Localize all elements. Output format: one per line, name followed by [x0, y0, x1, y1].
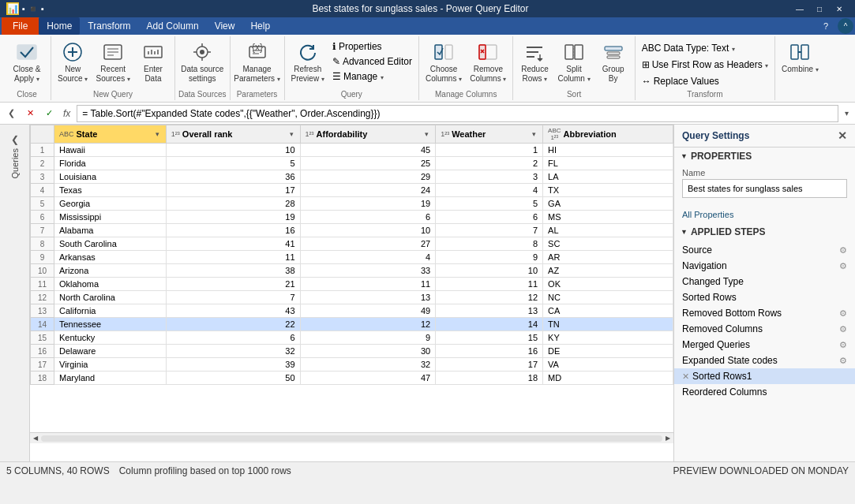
table-row[interactable]: 2Florida5252FL [31, 157, 673, 170]
menu-help[interactable]: Help [242, 17, 278, 35]
table-row[interactable]: 13California434913CA [31, 304, 673, 318]
state-cell: Tennessee [54, 318, 167, 331]
all-properties-link[interactable]: All Properties [682, 210, 733, 219]
applied-step-item[interactable]: Navigation⚙ [674, 258, 855, 274]
data-type-button[interactable]: ABC Data Type: Text ▾ [639, 41, 771, 55]
split-column-icon [561, 39, 587, 65]
table-row[interactable]: 15Kentucky6915KY [31, 331, 673, 345]
menu-add-column[interactable]: Add Column [139, 17, 207, 35]
applied-step-item[interactable]: Removed Bottom Rows⚙ [674, 305, 855, 321]
refresh-preview-button[interactable]: RefreshPreview ▾ [288, 38, 328, 85]
close-button[interactable]: ✕ [830, 2, 849, 15]
applied-steps-section-header[interactable]: ▼ APPLIED STEPS [674, 223, 855, 241]
table-row[interactable]: 9Arkansas1149AR [31, 251, 673, 264]
properties-section-header[interactable]: ▼ PROPERTIES [674, 147, 855, 165]
recent-sources-button[interactable]: RecentSources ▾ [92, 38, 133, 85]
overall-rank-column-header[interactable]: 1²³ Overall rank ▾ [166, 125, 300, 144]
state-column-header[interactable]: ABC State ▾ [54, 125, 167, 144]
table-row[interactable]: 16Delaware323016DE [31, 345, 673, 358]
table-body: 1Hawaii10451HI2Florida5252FL3Louisiana36… [31, 144, 673, 385]
table-row[interactable]: 17Virginia393217VA [31, 358, 673, 371]
applied-step-item[interactable]: ✕Sorted Rows1 [674, 368, 855, 384]
applied-step-item[interactable]: Removed Columns⚙ [674, 321, 855, 337]
affordability-column-header[interactable]: 1²³ Affordability ▾ [300, 125, 436, 144]
state-filter-button[interactable]: ▾ [154, 129, 161, 139]
query-name-input[interactable] [682, 179, 847, 198]
applied-step-item[interactable]: Source⚙ [674, 242, 855, 258]
applied-step-item[interactable]: Changed Type [674, 274, 855, 289]
help-icon: ? [817, 17, 834, 35]
table-row[interactable]: 7Alabama16107AL [31, 224, 673, 237]
step-settings-icon[interactable]: ⚙ [839, 245, 847, 256]
table-row[interactable]: 18Maryland504718MD [31, 371, 673, 385]
manage-parameters-button[interactable]: {x} ManageParameters ▾ [234, 38, 281, 85]
menu-transform[interactable]: Transform [80, 17, 138, 35]
step-delete-icon[interactable]: ✕ [682, 371, 689, 382]
applied-step-item[interactable]: Reordered Columns [674, 384, 855, 400]
abbrev-column-header[interactable]: ABC1²³ Abbreviation [543, 125, 673, 144]
properties-button[interactable]: ℹ Properties [329, 39, 415, 54]
new-source-button[interactable]: NewSource ▾ [54, 38, 91, 85]
replace-values-button[interactable]: ↔ Replace Values [639, 74, 771, 88]
enter-data-button[interactable]: EnterData [135, 38, 171, 85]
first-row-headers-button[interactable]: ⊞ Use First Row as Headers ▾ [639, 58, 771, 72]
menu-home[interactable]: Home [39, 17, 80, 35]
transform-small-buttons: ABC Data Type: Text ▾ ⊞ Use First Row as… [639, 38, 771, 88]
afford-filter-button[interactable]: ▾ [423, 129, 430, 139]
close-apply-button[interactable]: Close &Apply ▾ [6, 38, 47, 85]
menu-view[interactable]: View [207, 17, 243, 35]
overall-rank-cell: 41 [166, 237, 300, 251]
minimize-button[interactable]: — [790, 2, 809, 15]
horizontal-scrollbar[interactable]: ◀ ▶ [30, 432, 673, 443]
table-row[interactable]: 1Hawaii10451HI [31, 144, 673, 157]
combine-button[interactable]: Combine ▾ [778, 38, 822, 76]
choose-columns-button[interactable]: ChooseColumns ▾ [422, 38, 465, 85]
properties-icon: ℹ [332, 41, 336, 52]
applied-step-item[interactable]: Merged Queries⚙ [674, 337, 855, 353]
weather-column-header[interactable]: 1²³ Weather ▾ [436, 125, 543, 144]
overall-filter-button[interactable]: ▾ [288, 129, 295, 139]
weather-filter-button[interactable]: ▾ [531, 129, 538, 139]
step-settings-icon[interactable]: ⚙ [839, 261, 847, 271]
maximize-button[interactable]: □ [810, 2, 829, 15]
table-row[interactable]: 4Texas17244TX [31, 184, 673, 197]
applied-step-item[interactable]: Expanded State codes⚙ [674, 353, 855, 368]
table-row[interactable]: 5Georgia28195GA [31, 197, 673, 211]
weather-cell: 3 [436, 170, 543, 184]
formula-input[interactable] [77, 105, 838, 122]
applied-step-item[interactable]: Sorted Rows [674, 289, 855, 305]
table-row[interactable]: 11Oklahoma211111OK [31, 278, 673, 291]
table-row[interactable]: 3Louisiana36293LA [31, 170, 673, 184]
step-settings-icon[interactable]: ⚙ [839, 340, 847, 350]
step-settings-icon[interactable]: ⚙ [839, 308, 847, 319]
overall-rank-cell: 17 [166, 184, 300, 197]
split-column-button[interactable]: SplitColumn ▾ [554, 38, 593, 85]
table-row[interactable]: 14Tennessee221214TN [31, 318, 673, 331]
menu-file[interactable]: File [2, 17, 39, 35]
ribbon-group-data-sources: Data sourcesettings Data Sources [175, 36, 231, 100]
scroll-left-arrow[interactable]: ◀ [32, 433, 39, 443]
table-row[interactable]: 12North Carolina71312NC [31, 291, 673, 304]
data-source-settings-button[interactable]: Data sourcesettings [178, 38, 226, 85]
group-by-button[interactable]: GroupBy [595, 38, 632, 85]
svg-rect-0 [17, 45, 36, 59]
formula-expand-button[interactable]: ▾ [842, 109, 852, 118]
step-settings-icon[interactable]: ⚙ [839, 356, 847, 366]
query-settings-close-button[interactable]: ✕ [838, 129, 847, 142]
state-cell: North Carolina [54, 291, 167, 304]
table-row[interactable]: 6Mississippi1966MS [31, 211, 673, 224]
table-row[interactable]: 8South Carolina41278SC [31, 237, 673, 251]
remove-columns-button[interactable]: RemoveColumns ▾ [467, 38, 509, 85]
nav-back-button[interactable]: ❮ [3, 106, 19, 121]
formula-accept-button[interactable]: ✓ [41, 106, 57, 121]
scroll-right-arrow[interactable]: ▶ [664, 433, 672, 443]
queries-collapse-button[interactable]: ❮ [8, 131, 22, 148]
reduce-rows-button[interactable]: ReduceRows ▾ [516, 38, 553, 85]
table-row[interactable]: 10Arizona383310AZ [31, 264, 673, 278]
applied-steps-chevron-icon: ▼ [681, 228, 688, 236]
advanced-editor-button[interactable]: ✎ Advanced Editor [329, 54, 415, 69]
scroll-track-h[interactable] [41, 435, 662, 442]
formula-cancel-button[interactable]: ✕ [22, 106, 38, 121]
step-settings-icon[interactable]: ⚙ [839, 324, 847, 334]
manage-button[interactable]: ☰ Manage ▾ [329, 69, 415, 84]
